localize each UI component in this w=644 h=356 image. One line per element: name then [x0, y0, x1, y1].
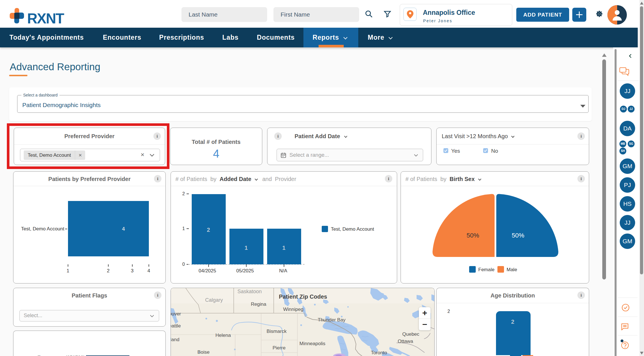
svg-text:50%: 50%: [467, 232, 479, 239]
svg-text:Bismarck: Bismarck: [267, 329, 287, 334]
svg-text:Winnipeg: Winnipeg: [283, 307, 303, 312]
svg-text:Ottawa: Ottawa: [398, 339, 413, 344]
svg-text:Quebec: Quebec: [402, 331, 419, 337]
svg-text:tland: tland: [171, 337, 179, 342]
svg-text:Saskatoon: Saskatoon: [237, 289, 262, 294]
svg-text:RXNT: RXNT: [27, 11, 64, 24]
svg-text:Boise: Boise: [197, 349, 210, 355]
svg-text:Pierre: Pierre: [273, 345, 285, 351]
svg-text:Toronto: Toronto: [371, 350, 387, 355]
svg-text:Thunder Bay: Thunder Bay: [318, 317, 346, 323]
svg-text:ouver: ouver: [171, 311, 181, 317]
svg-text:eattle: eattle: [171, 323, 181, 329]
svg-text:Regina: Regina: [251, 301, 266, 307]
svg-text:Patient Zip Codes: Patient Zip Codes: [279, 293, 327, 300]
svg-text:Calgary: Calgary: [205, 297, 223, 303]
svg-text:50%: 50%: [512, 232, 524, 239]
svg-text:Minneapolis: Minneapolis: [299, 341, 325, 346]
svg-text:Helena: Helena: [215, 333, 231, 338]
